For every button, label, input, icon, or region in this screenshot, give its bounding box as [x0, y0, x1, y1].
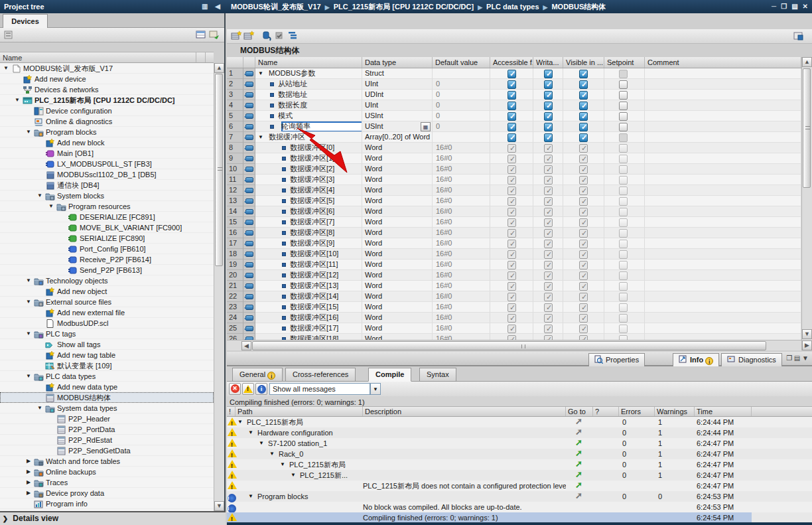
- setpoint-checkbox[interactable]: [619, 91, 628, 100]
- tab-diagnostics[interactable]: Diagnostics: [721, 353, 782, 366]
- sidebar-item[interactable]: Devices & networks: [0, 84, 214, 95]
- member-datatype-cell[interactable]: Word: [362, 164, 433, 175]
- member-name-cell[interactable]: 数据缓冲区[17]: [255, 323, 362, 334]
- visible-checkbox[interactable]: [579, 144, 588, 153]
- setpoint-checkbox[interactable]: [619, 102, 628, 110]
- expand-members-icon[interactable]: [287, 31, 298, 41]
- visible-checkbox[interactable]: [579, 80, 588, 89]
- member-default-cell[interactable]: 0: [433, 111, 490, 121]
- setpoint-checkbox[interactable]: [619, 261, 628, 269]
- accessible-checkbox[interactable]: [508, 155, 516, 163]
- message-row[interactable]: PLC_1215新布局 does not contain a configure…: [227, 481, 812, 491]
- twisty-right-icon[interactable]: ▶: [25, 488, 32, 498]
- scrollbar-thumb[interactable]: [215, 74, 223, 266]
- message-row[interactable]: i▼Program blocks➚006:24:53 PM: [227, 491, 812, 502]
- member-datatype-cell[interactable]: UInt: [362, 100, 433, 111]
- setpoint-checkbox[interactable]: [619, 282, 628, 291]
- twisty-down-icon[interactable]: ▼: [36, 403, 43, 413]
- float-icon[interactable]: ❐: [781, 3, 787, 10]
- accessible-checkbox[interactable]: [508, 218, 516, 227]
- datatype-picker-icon[interactable]: ▦: [421, 122, 431, 131]
- member-datatype-cell[interactable]: Word: [362, 323, 433, 334]
- member-comment-cell[interactable]: [645, 143, 801, 153]
- member-name-cell[interactable]: 数据缓冲区[18]: [255, 334, 362, 340]
- errors-filter-icon[interactable]: ✕: [229, 383, 241, 395]
- writable-checkbox[interactable]: [544, 282, 553, 291]
- member-name-cell[interactable]: ▼MODBUS参数: [255, 68, 362, 79]
- column-header-writa[interactable]: Writa...: [533, 57, 563, 68]
- sidebar-item[interactable]: Port_Config [FB610]: [0, 244, 214, 254]
- setpoint-checkbox[interactable]: [619, 208, 628, 216]
- twisty-down-icon[interactable]: ▼: [248, 427, 253, 438]
- goto-arrow-icon[interactable]: ➚: [575, 481, 582, 491]
- sidebar-item[interactable]: ▼PLC tags: [0, 329, 214, 339]
- table-row[interactable]: 19数据缓冲区[11]Word16#0: [227, 260, 801, 270]
- member-comment-cell[interactable]: [645, 270, 801, 281]
- add-row-icon[interactable]: [243, 31, 254, 41]
- diagram-view-icon[interactable]: [209, 30, 220, 40]
- table-row[interactable]: 10数据缓冲区[2]Word16#0: [227, 164, 801, 175]
- member-default-cell[interactable]: 16#0: [433, 334, 490, 340]
- accessible-checkbox[interactable]: [508, 250, 516, 259]
- member-datatype-cell[interactable]: Word: [362, 313, 433, 323]
- writable-checkbox[interactable]: [544, 208, 553, 216]
- chevron-down-icon[interactable]: ▼: [370, 383, 381, 395]
- writable-checkbox[interactable]: [544, 176, 553, 185]
- sidebar-item[interactable]: Send_P2P [FB613]: [0, 265, 214, 275]
- sidebar-item[interactable]: ▼External source files: [0, 297, 214, 307]
- writable-checkbox[interactable]: [544, 197, 553, 206]
- visible-checkbox[interactable]: [579, 303, 588, 312]
- setpoint-checkbox[interactable]: [619, 303, 628, 312]
- setpoint-checkbox[interactable]: [619, 218, 628, 227]
- member-comment-cell[interactable]: [645, 291, 801, 302]
- member-default-cell[interactable]: 16#0: [433, 238, 490, 249]
- member-name-cell[interactable]: 数据缓冲区[15]: [255, 302, 362, 313]
- writable-checkbox[interactable]: [544, 123, 553, 131]
- message-column-header[interactable]: Go to: [566, 407, 593, 416]
- sidebar-item[interactable]: Receive_P2P [FB614]: [0, 254, 214, 265]
- scroll-up-icon[interactable]: ▲: [802, 57, 812, 67]
- twisty-down-icon[interactable]: ▼: [248, 491, 253, 502]
- writable-checkbox[interactable]: [544, 155, 553, 163]
- writable-checkbox[interactable]: [544, 112, 553, 121]
- accessible-checkbox[interactable]: [508, 187, 516, 195]
- details-view-bar[interactable]: ❯ Details view: [0, 511, 226, 525]
- subtab-compile[interactable]: Compile: [368, 368, 411, 382]
- sidebar-item[interactable]: ▶Online backups: [0, 467, 214, 477]
- twisty-down-icon[interactable]: ▼: [237, 417, 243, 427]
- column-header-setpoint[interactable]: Setpoint: [604, 57, 645, 68]
- member-default-cell[interactable]: 16#0: [433, 228, 490, 238]
- member-default-cell[interactable]: [433, 132, 490, 143]
- setpoint-checkbox[interactable]: [619, 187, 628, 195]
- twisty-down-icon[interactable]: ▼: [259, 438, 264, 449]
- writable-checkbox[interactable]: [544, 102, 553, 110]
- member-name-cell[interactable]: 数据缓冲区[16]: [255, 313, 362, 323]
- visible-checkbox[interactable]: [579, 282, 588, 291]
- member-name-cell[interactable]: 数据缓冲区[9]: [255, 238, 362, 249]
- twisty-down-icon[interactable]: ▼: [258, 68, 263, 78]
- member-name-cell[interactable]: ▼数据缓冲区: [255, 132, 362, 143]
- sidebar-item[interactable]: ▼Program blocks: [0, 127, 214, 137]
- member-default-cell[interactable]: 16#0: [433, 249, 490, 260]
- accessible-checkbox[interactable]: [508, 91, 516, 100]
- sidebar-item[interactable]: P2P_PortData: [0, 424, 214, 435]
- panel-pin-collapse-icons[interactable]: ▥ ◀: [202, 0, 223, 13]
- writable-checkbox[interactable]: [544, 165, 553, 174]
- accessible-checkbox[interactable]: [508, 102, 516, 110]
- member-name-cell[interactable]: 数据缓冲区[1]: [255, 153, 362, 164]
- column-header-visiblein[interactable]: Visible in ...: [563, 57, 604, 68]
- info-filter-icon[interactable]: i: [255, 383, 267, 395]
- member-datatype-cell[interactable]: Word: [362, 196, 433, 206]
- writable-checkbox[interactable]: [544, 133, 553, 142]
- member-datatype-cell[interactable]: Word: [362, 249, 433, 260]
- member-datatype-cell[interactable]: Word: [362, 185, 433, 196]
- member-comment-cell[interactable]: [645, 260, 801, 270]
- table-row[interactable]: 8数据缓冲区[0]Word16#0: [227, 143, 801, 153]
- table-row[interactable]: 23数据缓冲区[15]Word16#0: [227, 302, 801, 313]
- table-row[interactable]: 14数据缓冲区[6]Word16#0: [227, 206, 801, 217]
- insert-row-icon[interactable]: [231, 31, 241, 41]
- setpoint-checkbox[interactable]: [619, 314, 628, 323]
- scrollbar-thumb[interactable]: [803, 68, 811, 188]
- sidebar-item[interactable]: P2P_RdEstat: [0, 435, 214, 445]
- twisty-down-icon[interactable]: ▼: [25, 371, 32, 382]
